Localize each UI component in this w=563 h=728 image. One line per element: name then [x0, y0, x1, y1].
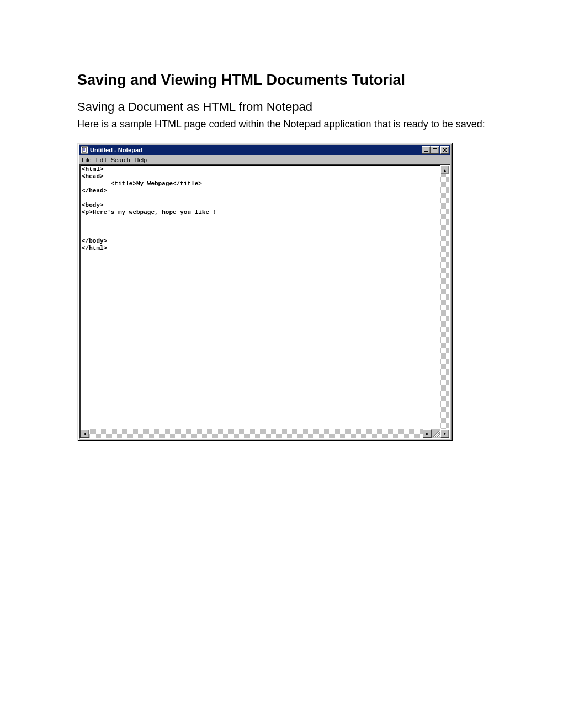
- menu-help-label: elp: [139, 157, 147, 163]
- text-editor[interactable]: <html> <head> <title>My Webpage</title> …: [81, 165, 440, 429]
- intro-paragraph: Here is a sample HTML page coded within …: [77, 117, 488, 131]
- triangle-right-icon: ▸: [426, 431, 428, 436]
- close-button[interactable]: [440, 146, 449, 154]
- triangle-up-icon: ▴: [444, 168, 446, 173]
- maximize-button[interactable]: [431, 146, 439, 154]
- svg-rect-4: [424, 151, 428, 152]
- menu-search-label: earch: [115, 157, 130, 163]
- triangle-down-icon: ▾: [444, 431, 446, 436]
- vertical-scrollbar[interactable]: ▴ ▾: [440, 165, 449, 438]
- document-page: Saving and Viewing HTML Documents Tutori…: [0, 0, 563, 441]
- svg-rect-6: [433, 148, 437, 149]
- menu-search[interactable]: Search: [111, 157, 130, 163]
- menubar: File Edit Search Help: [79, 156, 450, 164]
- window-title: Untitled - Notepad: [90, 147, 422, 153]
- triangle-left-icon: ◂: [84, 431, 86, 436]
- menu-file[interactable]: File: [82, 157, 92, 163]
- menu-edit[interactable]: Edit: [96, 157, 107, 163]
- scroll-left-button[interactable]: ◂: [81, 429, 89, 438]
- titlebar[interactable]: Untitled - Notepad: [79, 145, 450, 155]
- horizontal-scrollbar[interactable]: ◂ ▸: [81, 429, 440, 438]
- close-icon: [443, 148, 447, 152]
- notepad-window: Untitled - Notepad File Edit Search Help: [77, 143, 453, 441]
- page-title: Saving and Viewing HTML Documents Tutori…: [77, 72, 488, 89]
- notepad-app-icon: [81, 146, 88, 154]
- resize-grip[interactable]: [432, 429, 440, 438]
- menu-help[interactable]: Help: [135, 157, 147, 163]
- menu-edit-label: dit: [100, 157, 107, 163]
- section-heading: Saving a Document as HTML from Notepad: [77, 100, 488, 114]
- vscroll-track[interactable]: [440, 174, 449, 429]
- client-area: <html> <head> <title>My Webpage</title> …: [79, 164, 450, 439]
- maximize-icon: [433, 148, 437, 152]
- minimize-button[interactable]: [422, 146, 431, 154]
- scroll-up-button[interactable]: ▴: [440, 165, 449, 174]
- menu-file-label: ile: [86, 157, 92, 163]
- hscroll-track[interactable]: [89, 429, 423, 438]
- scroll-right-button[interactable]: ▸: [423, 429, 432, 438]
- minimize-icon: [424, 148, 428, 152]
- scroll-down-button[interactable]: ▾: [440, 429, 449, 438]
- window-controls: [422, 146, 449, 154]
